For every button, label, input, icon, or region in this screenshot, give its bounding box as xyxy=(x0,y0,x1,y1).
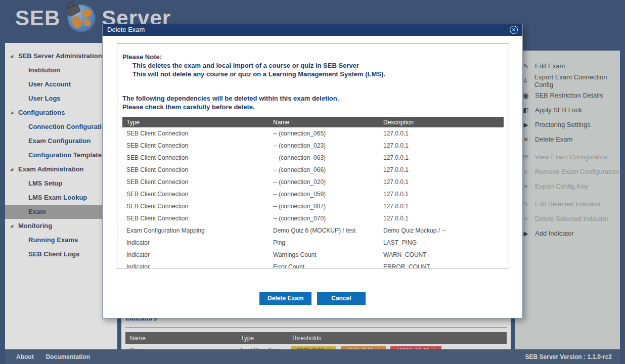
table-row: SEB Client Connection-- (connection_065)… xyxy=(122,127,504,140)
page: SEB Server SEB Server Administration Ins… xyxy=(0,0,625,364)
dialog-titlebar: Delete Exam xyxy=(103,24,522,36)
table-row: SEB Client Connection-- (connection_063)… xyxy=(122,152,504,164)
table-row: IndicatorPingLAST_PING xyxy=(122,237,504,249)
table-row: SEB Client Connection-- (connection_070)… xyxy=(122,212,504,224)
table-row: SEB Client Connection-- (connection_066)… xyxy=(122,164,504,176)
table-row: SEB Client Connection-- (connection_059)… xyxy=(122,188,504,200)
dependencies-table: Type Name Description SEB Client Connect… xyxy=(122,117,504,268)
table-row: IndicatorError CountERROR_COUNT xyxy=(122,261,504,268)
dialog-note-box: Please Note: This deletes the exam and l… xyxy=(117,43,509,268)
note-line-1: This deletes the exam and local import o… xyxy=(122,61,504,70)
note-line-2: This will not delete any course or quiz … xyxy=(122,70,504,78)
delete-exam-dialog: Delete Exam Please Note: This deletes th… xyxy=(102,24,523,318)
table-row: SEB Client Connection-- (connection_020)… xyxy=(122,176,504,188)
table-row: SEB Client Connection-- (connection_087)… xyxy=(122,200,504,212)
close-icon[interactable] xyxy=(510,26,518,34)
dependency-line-2: Please check them carefully before delet… xyxy=(122,103,504,111)
table-row: IndicatorWarnings CountWARN_COUNT xyxy=(122,249,504,261)
note-heading: Please Note: xyxy=(122,53,504,61)
dialog-title: Delete Exam xyxy=(107,26,145,33)
delete-exam-confirm-button[interactable]: Delete Exam xyxy=(259,292,311,305)
table-row: Exam Configuration MappingDemo Quiz 6 (M… xyxy=(122,224,504,237)
cancel-button[interactable]: Cancel xyxy=(317,292,366,305)
dependency-line-1: The following dependencies will be delet… xyxy=(122,94,504,103)
dialog-button-bar: Delete Exam Cancel xyxy=(103,292,522,305)
dependencies-table-header: Type Name Description xyxy=(122,117,504,127)
table-row: SEB Client Connection-- (connection_023)… xyxy=(122,140,504,152)
